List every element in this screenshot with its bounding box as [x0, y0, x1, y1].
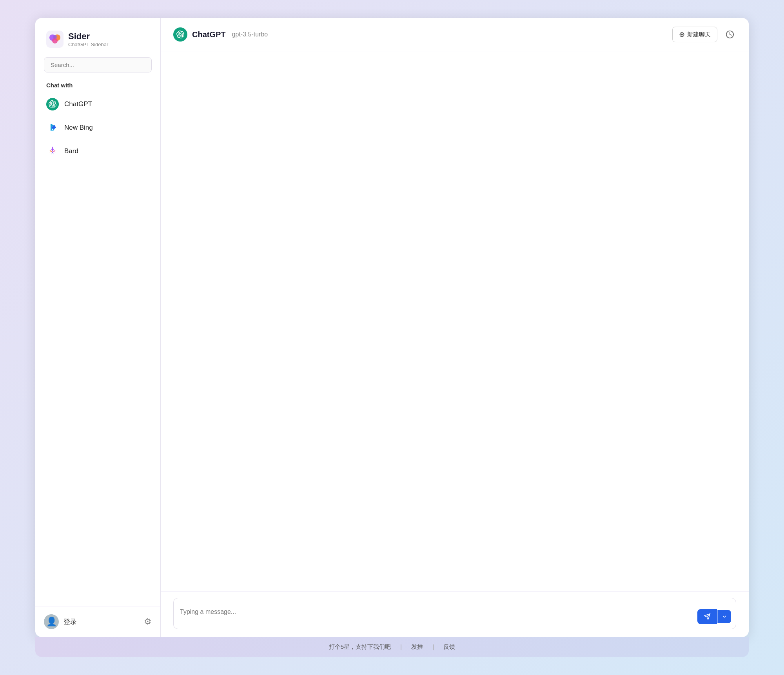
app-footer: 打个5星，支持下我们吧 | 发推 | 反馈 [35, 637, 749, 657]
footer-divider-2: | [432, 644, 434, 651]
sidebar-item-bard[interactable]: Bard [40, 140, 156, 162]
search-input[interactable] [44, 57, 152, 72]
settings-icon[interactable]: ⚙ [144, 617, 152, 627]
new-bing-label: New Bing [64, 124, 93, 132]
sidebar-title-group: Sider ChatGPT Sidebar [68, 31, 108, 47]
input-container [173, 598, 736, 629]
chat-area [161, 51, 749, 591]
sidebar-app-name: Sider [68, 31, 108, 42]
history-icon[interactable] [724, 28, 736, 41]
sidebar: Sider ChatGPT Sidebar Chat with ChatGPT [35, 18, 161, 637]
sidebar-app-subtitle: ChatGPT Sidebar [68, 42, 108, 47]
sider-logo-icon [46, 31, 64, 48]
send-dropdown-button[interactable] [717, 610, 731, 623]
new-chat-plus-icon: ⊕ [679, 30, 685, 39]
bard-nav-icon [46, 145, 59, 157]
svg-point-3 [52, 38, 58, 43]
avatar: 👤 [44, 614, 59, 629]
sidebar-header: Sider ChatGPT Sidebar [35, 18, 160, 57]
login-label: 登录 [64, 617, 77, 626]
header-right: ⊕ 新建聊天 [672, 27, 736, 42]
bing-nav-icon [46, 121, 59, 134]
chat-with-label: Chat with [35, 82, 160, 93]
sidebar-nav: ChatGPT New Bing [35, 93, 160, 162]
main-header: ChatGPT gpt-3.5-turbo ⊕ 新建聊天 [161, 18, 749, 51]
sidebar-item-chatgpt[interactable]: ChatGPT [40, 93, 156, 115]
new-chat-button[interactable]: ⊕ 新建聊天 [672, 27, 717, 42]
main-area: ChatGPT gpt-3.5-turbo ⊕ 新建聊天 [161, 18, 749, 637]
footer-divider-1: | [400, 644, 402, 651]
svg-point-4 [53, 35, 57, 39]
sidebar-footer: 👤 登录 ⚙ [35, 606, 160, 637]
header-left: ChatGPT gpt-3.5-turbo [173, 27, 268, 42]
chatgpt-header-icon [173, 27, 187, 42]
header-model-label: gpt-3.5-turbo [232, 31, 268, 38]
chatgpt-nav-icon [46, 98, 59, 110]
footer-cta-text: 打个5星，支持下我们吧 [329, 643, 391, 651]
footer-link-tweet[interactable]: 发推 [411, 643, 423, 651]
message-input[interactable] [180, 608, 694, 624]
send-button[interactable] [697, 609, 717, 624]
input-area [161, 591, 749, 637]
header-ai-label: ChatGPT [192, 30, 226, 39]
bard-label: Bard [64, 147, 78, 155]
new-chat-label: 新建聊天 [687, 31, 711, 38]
sidebar-item-new-bing[interactable]: New Bing [40, 117, 156, 139]
chatgpt-label: ChatGPT [64, 100, 92, 108]
send-btn-group [697, 609, 731, 624]
login-button[interactable]: 👤 登录 [44, 614, 77, 629]
footer-link-feedback[interactable]: 反馈 [443, 643, 455, 651]
